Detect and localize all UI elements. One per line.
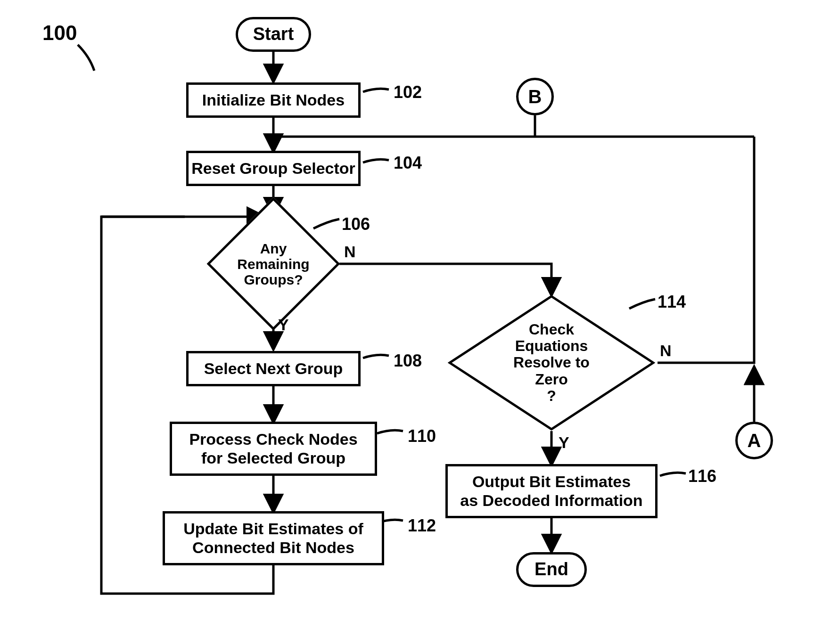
process-select-next-group: Select Next Group: [186, 351, 361, 386]
figure-number: 100: [42, 21, 77, 45]
decision-114-no-label: N: [660, 342, 672, 360]
decision-any-remaining-groups: Any Remaining Groups?: [226, 217, 321, 311]
decision-106-text: Any Remaining Groups?: [237, 241, 309, 287]
ref-106: 106: [342, 214, 370, 234]
decision-106-yes-label: Y: [278, 316, 289, 334]
decision-114-yes-label: Y: [559, 433, 569, 452]
terminal-start: Start: [236, 17, 311, 52]
process-process-check-nodes: Process Check Nodes for Selected Group: [170, 422, 377, 476]
decision-106-no-label: N: [344, 243, 356, 261]
terminal-end: End: [516, 552, 587, 587]
ref-102: 102: [394, 82, 422, 102]
ref-114: 114: [658, 292, 686, 312]
process-reset-group-selector: Reset Group Selector: [186, 151, 361, 186]
ref-104: 104: [394, 153, 422, 173]
ref-110: 110: [408, 426, 436, 446]
process-update-bit-estimates: Update Bit Estimates of Connected Bit No…: [163, 511, 384, 565]
decision-check-equations-resolve: Check Equations Resolve to Zero ?: [448, 294, 655, 431]
connector-b: B: [516, 78, 554, 115]
ref-116: 116: [688, 466, 716, 486]
ref-112: 112: [408, 516, 436, 536]
connector-a: A: [735, 422, 773, 459]
process-output-bit-estimates: Output Bit Estimates as Decoded Informat…: [445, 464, 658, 518]
process-initialize-bit-nodes: Initialize Bit Nodes: [186, 82, 361, 118]
ref-108: 108: [394, 351, 422, 371]
decision-114-text: Check Equations Resolve to Zero ?: [500, 321, 603, 404]
